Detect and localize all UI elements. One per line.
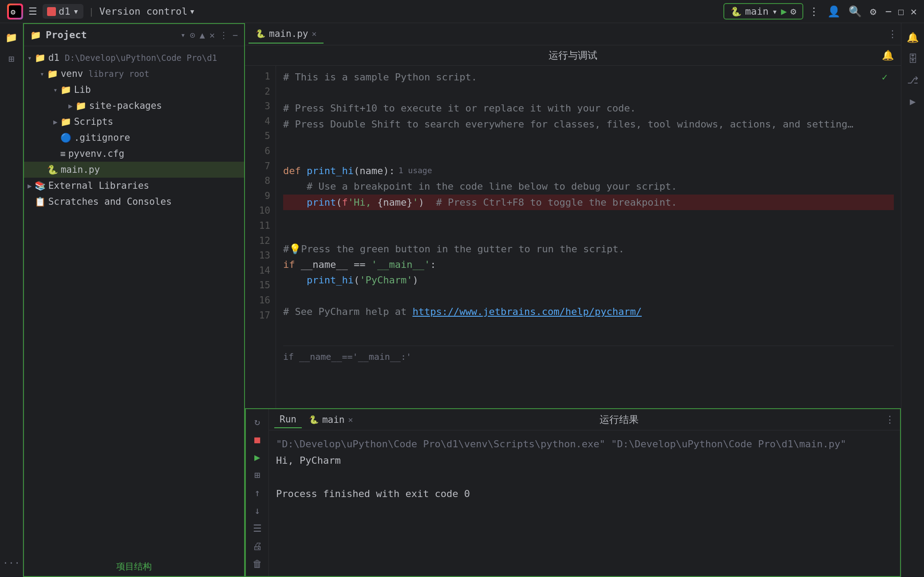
code-line-8: # Use a breakpoint in the code line belo…: [283, 179, 894, 194]
folder-icon: 📁: [35, 52, 46, 63]
project-folder-icon: 📁: [30, 30, 41, 40]
right-sidebar-notifications-icon[interactable]: 🔔: [904, 28, 922, 46]
tree-item-d1[interactable]: ▾ 📁 d1 D:\Develop\uPython\Code Pro\d1: [24, 50, 244, 66]
run-panel-more-icon[interactable]: ⋮: [885, 414, 895, 425]
settings-icon[interactable]: ⚙: [870, 5, 876, 18]
run-layers-icon[interactable]: ⊞: [249, 468, 266, 482]
code-text: [283, 195, 307, 210]
maximize-button[interactable]: ☐: [898, 5, 904, 18]
run-tab-close-icon[interactable]: ✕: [348, 415, 353, 424]
code-line-7: def print_hi(name): 1 usage: [283, 163, 894, 179]
panel-locate-icon[interactable]: ⊙: [190, 30, 195, 40]
debug-button[interactable]: ⚙: [790, 6, 796, 17]
usage-hint: 1 usage: [399, 164, 432, 177]
code-text: # Press Double Shift to search everywher…: [283, 116, 853, 132]
code-text: f: [342, 195, 347, 210]
collab-icon[interactable]: 👤: [827, 5, 841, 18]
right-sidebar: 🔔 🗄 ⎇ ▶: [901, 23, 924, 577]
panel-collapse-icon[interactable]: ▲: [200, 30, 205, 40]
run-panel-title: 运行与调试: [549, 49, 597, 62]
code-line-9: print(f'Hi, {name}') # Press Ctrl+F8 to …: [283, 195, 894, 210]
tab-close-icon[interactable]: ✕: [312, 29, 317, 38]
tree-item-ext-libs[interactable]: ▶ 📚 External Libraries: [24, 178, 244, 194]
run-panel: Run 🐍 main ✕ 运行结果 ⋮ "D:\Develop\uPyth: [269, 409, 900, 576]
editor-tab-bar: 🐍 main.py ✕ ⋮: [245, 23, 901, 45]
code-line-15: [283, 288, 894, 304]
tree-label: Lib: [74, 84, 91, 95]
vcs-chevron: ▾: [189, 6, 195, 17]
code-text: # Press Shift+10 to execute it or replac…: [283, 100, 636, 116]
minimize-button[interactable]: −: [885, 5, 892, 18]
right-sidebar-db-icon[interactable]: 🗄: [904, 50, 922, 68]
code-text: [283, 272, 307, 288]
run-print-icon[interactable]: 🖨: [249, 539, 266, 553]
bulb-icon: 💡: [289, 241, 301, 257]
editor-more-icon[interactable]: ⋮: [888, 28, 897, 40]
hamburger-menu-icon[interactable]: ☰: [28, 6, 37, 17]
chevron-icon: ▶: [28, 182, 32, 190]
left-sidebar: 📁 ⊞ ···: [0, 23, 23, 577]
sidebar-item-more[interactable]: ···: [3, 554, 20, 572]
chevron-icon: ▾: [40, 70, 44, 78]
file-tree: ▾ 📁 d1 D:\Develop\uPython\Code Pro\d1 ▾ …: [24, 46, 244, 557]
code-line-4: # Press Double Shift to search everywher…: [283, 116, 894, 132]
folder-icon: 📁: [60, 116, 71, 127]
panel-minimize-icon[interactable]: −: [233, 30, 238, 40]
chevron-icon: ▶: [53, 118, 58, 126]
tree-item-main-py[interactable]: ▶ 🐍 main.py: [24, 162, 244, 178]
tree-item-gitignore[interactable]: ▶ 🔵 .gitignore: [24, 130, 244, 146]
project-panel-header: 📁 Project ▾ ⊙ ▲ ✕ ⋮ −: [24, 24, 244, 46]
tree-item-lib[interactable]: ▾ 📁 Lib: [24, 82, 244, 98]
panel-options-icon[interactable]: ⋮: [219, 30, 228, 40]
editor-tab-main-py[interactable]: 🐍 main.py ✕: [249, 25, 324, 44]
tree-label: pyvenv.cfg: [68, 148, 124, 159]
code-line-11: [283, 226, 894, 241]
code-text: :: [430, 257, 436, 272]
run-config-chevron: ▾: [772, 6, 778, 17]
run-rerun-icon[interactable]: ↻: [249, 414, 266, 429]
search-icon[interactable]: 🔍: [849, 5, 862, 18]
tree-item-scripts[interactable]: ▶ 📁 Scripts: [24, 114, 244, 130]
run-tab-main[interactable]: 🐍 main ✕: [309, 414, 353, 425]
tree-item-site-packages[interactable]: ▶ 📁 site-packages: [24, 98, 244, 114]
code-line-12: #💡Press the green button in the gutter t…: [283, 241, 894, 257]
right-sidebar-run2-icon[interactable]: ▶: [904, 92, 922, 110]
more-options-icon[interactable]: ⋮: [809, 5, 819, 18]
sidebar-item-project[interactable]: 📁: [3, 28, 20, 46]
panel-close-icon[interactable]: ✕: [209, 30, 215, 40]
tree-item-scratches[interactable]: ▶ 📋 Scratches and Consoles: [24, 194, 244, 210]
code-comment: # Press Ctrl+F8 to toggle the breakpoint…: [436, 195, 677, 210]
notification-bell-icon[interactable]: 🔔: [882, 50, 894, 61]
window-controls: − ☐ ✕: [885, 5, 917, 18]
project-selector[interactable]: d1 ▾: [43, 4, 83, 19]
run-configuration: 🐍 main ▾ ▶ ⚙: [723, 3, 804, 20]
run-tab-run[interactable]: Run: [274, 411, 302, 428]
svg-text:⚙: ⚙: [11, 7, 16, 16]
chevron-icon: ▾: [28, 54, 32, 62]
run-list-icon[interactable]: ☰: [249, 521, 266, 535]
run-arrow-up-icon[interactable]: ↑: [249, 485, 266, 500]
tree-item-venv[interactable]: ▾ 📁 venv library root: [24, 66, 244, 82]
run-arrow-down-icon[interactable]: ↓: [249, 503, 266, 517]
tree-item-pyvenv[interactable]: ▶ ≡ pyvenv.cfg: [24, 146, 244, 162]
run-play-icon[interactable]: ▶: [249, 450, 266, 464]
run-stop-icon[interactable]: ■: [249, 432, 266, 446]
code-text: (: [336, 195, 342, 210]
run-trash-icon[interactable]: 🗑: [249, 557, 266, 571]
code-text: # This is a sample Python script.: [283, 69, 477, 85]
right-sidebar-hierarchy-icon[interactable]: ⎇: [904, 71, 922, 89]
run-button[interactable]: ▶: [781, 6, 787, 17]
sidebar-item-structure[interactable]: ⊞: [3, 50, 20, 68]
vcs-selector[interactable]: Version control ▾: [99, 6, 195, 17]
code-link[interactable]: https://www.jetbrains.com/help/pycharm/: [412, 304, 642, 319]
python-icon: 🐍: [47, 164, 58, 175]
code-editor: 1 2 3 4 5 6 7 8 9 10 11 12 13 14: [245, 66, 901, 408]
code-content[interactable]: ✓ # This is a sample Python script. # Pr…: [276, 66, 901, 408]
code-text: # Use a breakpoint in the code line belo…: [283, 179, 677, 194]
upper-area: 📁 Project ▾ ⊙ ▲ ✕ ⋮ − ▾ 📁 d1 D:\Develop\: [23, 23, 901, 577]
close-button[interactable]: ✕: [911, 5, 917, 18]
title-bar: ⚙ ☰ d1 ▾ | Version control ▾ 🐍 main ▾ ▶ …: [0, 0, 924, 23]
code-line-10: [283, 210, 894, 226]
code-string: 'Hi,: [348, 195, 377, 210]
code-line-2: [283, 85, 894, 100]
